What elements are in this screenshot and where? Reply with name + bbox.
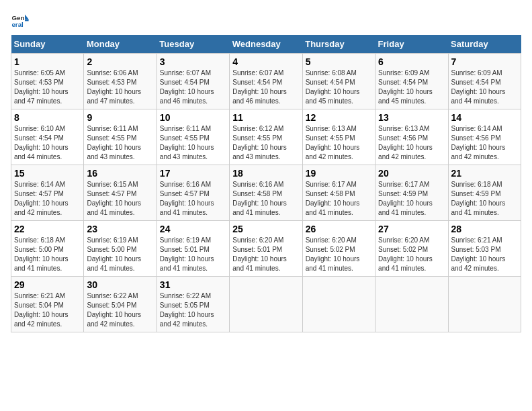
sunrise-label: Sunrise: 6:09 AM — [451, 69, 502, 77]
daylight-minutes: and 43 minutes. — [160, 153, 208, 161]
sunrise-label: Sunrise: 6:17 AM — [378, 181, 429, 188]
calendar-cell: 24 Sunrise: 6:19 AM Sunset: 5:01 PM Dayl… — [157, 221, 229, 277]
day-info: Sunrise: 6:17 AM Sunset: 4:59 PM Dayligh… — [378, 180, 445, 218]
day-number: 13 — [378, 112, 445, 123]
sunset-label: Sunset: 4:56 PM — [451, 134, 501, 142]
sunset-label: Sunset: 5:01 PM — [160, 246, 210, 253]
calendar-cell: 10 Sunrise: 6:11 AM Sunset: 4:55 PM Dayl… — [157, 109, 229, 165]
sunset-label: Sunset: 5:04 PM — [14, 302, 64, 309]
daylight-minutes: and 42 minutes. — [87, 320, 134, 328]
day-number: 23 — [87, 224, 153, 234]
daylight-minutes: and 44 minutes. — [451, 97, 499, 105]
daylight-label: Daylight: 10 hours — [378, 255, 433, 263]
calendar-cell: 28 Sunrise: 6:21 AM Sunset: 5:03 PM Dayl… — [448, 221, 521, 277]
logo: Gen eral — [11, 11, 32, 30]
calendar-cell: 25 Sunrise: 6:20 AM Sunset: 5:01 PM Dayl… — [230, 221, 302, 277]
day-number: 14 — [451, 112, 518, 123]
daylight-label: Daylight: 10 hours — [87, 255, 141, 263]
sunrise-label: Sunrise: 6:21 AM — [451, 236, 502, 244]
day-info: Sunrise: 6:22 AM Sunset: 5:04 PM Dayligh… — [87, 291, 153, 329]
day-number: 12 — [306, 112, 372, 123]
daylight-label: Daylight: 10 hours — [14, 144, 69, 151]
sunrise-label: Sunrise: 6:19 AM — [87, 236, 138, 244]
daylight-minutes: and 41 minutes. — [306, 209, 353, 216]
sunset-label: Sunset: 5:00 PM — [87, 246, 136, 253]
daylight-minutes: and 42 minutes. — [306, 153, 353, 161]
day-number: 28 — [451, 224, 518, 234]
sunrise-label: Sunrise: 6:22 AM — [160, 292, 211, 300]
day-info: Sunrise: 6:18 AM Sunset: 5:00 PM Dayligh… — [14, 236, 81, 273]
sunrise-label: Sunrise: 6:21 AM — [14, 292, 65, 300]
day-number: 10 — [160, 112, 226, 123]
sunrise-label: Sunrise: 6:18 AM — [14, 236, 65, 244]
day-number: 27 — [378, 224, 445, 234]
daylight-minutes: and 42 minutes. — [160, 320, 208, 328]
day-info: Sunrise: 6:08 AM Sunset: 4:54 PM Dayligh… — [306, 68, 372, 106]
daylight-label: Daylight: 10 hours — [160, 311, 214, 318]
day-number: 24 — [160, 224, 226, 234]
day-info: Sunrise: 6:05 AM Sunset: 4:53 PM Dayligh… — [14, 68, 81, 106]
day-info: Sunrise: 6:11 AM Sunset: 4:55 PM Dayligh… — [160, 124, 226, 162]
daylight-minutes: and 46 minutes. — [232, 97, 280, 105]
day-number: 15 — [14, 168, 81, 179]
day-info: Sunrise: 6:13 AM Sunset: 4:55 PM Dayligh… — [306, 124, 372, 162]
day-info: Sunrise: 6:18 AM Sunset: 4:59 PM Dayligh… — [451, 180, 518, 218]
sunset-label: Sunset: 4:57 PM — [87, 190, 136, 197]
day-info: Sunrise: 6:20 AM Sunset: 5:02 PM Dayligh… — [378, 236, 445, 273]
daylight-label: Daylight: 10 hours — [451, 199, 506, 207]
daylight-label: Daylight: 10 hours — [14, 199, 69, 207]
sunset-label: Sunset: 4:58 PM — [306, 190, 355, 197]
day-info: Sunrise: 6:09 AM Sunset: 4:54 PM Dayligh… — [378, 68, 445, 106]
calendar-cell — [230, 277, 302, 332]
sunset-label: Sunset: 4:54 PM — [232, 79, 282, 86]
daylight-minutes: and 41 minutes. — [378, 265, 426, 272]
daylight-minutes: and 42 minutes. — [14, 209, 62, 216]
day-info: Sunrise: 6:11 AM Sunset: 4:55 PM Dayligh… — [87, 124, 153, 162]
daylight-label: Daylight: 10 hours — [451, 144, 506, 151]
calendar-cell: 29 Sunrise: 6:21 AM Sunset: 5:04 PM Dayl… — [11, 277, 84, 332]
daylight-label: Daylight: 10 hours — [232, 255, 287, 263]
sunrise-label: Sunrise: 6:05 AM — [14, 69, 65, 77]
sunrise-label: Sunrise: 6:16 AM — [160, 181, 211, 188]
sunrise-label: Sunrise: 6:14 AM — [14, 181, 65, 188]
day-info: Sunrise: 6:22 AM Sunset: 5:05 PM Dayligh… — [160, 291, 226, 329]
daylight-label: Daylight: 10 hours — [306, 88, 360, 95]
sunset-label: Sunset: 4:55 PM — [87, 134, 136, 142]
day-number: 6 — [378, 56, 445, 67]
daylight-label: Daylight: 10 hours — [378, 199, 433, 207]
calendar-cell: 5 Sunrise: 6:08 AM Sunset: 4:54 PM Dayli… — [302, 54, 375, 109]
day-info: Sunrise: 6:17 AM Sunset: 4:58 PM Dayligh… — [306, 180, 372, 218]
day-number: 19 — [306, 168, 372, 179]
sunrise-label: Sunrise: 6:16 AM — [232, 181, 283, 188]
sunrise-label: Sunrise: 6:10 AM — [14, 125, 65, 132]
day-info: Sunrise: 6:14 AM Sunset: 4:56 PM Dayligh… — [451, 124, 518, 162]
daylight-label: Daylight: 10 hours — [451, 255, 506, 263]
calendar-cell: 20 Sunrise: 6:17 AM Sunset: 4:59 PM Dayl… — [375, 165, 448, 221]
sunset-label: Sunset: 4:54 PM — [378, 79, 428, 86]
daylight-minutes: and 41 minutes. — [160, 209, 208, 216]
logo-icon: Gen eral — [11, 11, 30, 30]
daylight-minutes: and 43 minutes. — [87, 153, 134, 161]
day-number: 30 — [87, 279, 153, 290]
calendar-cell — [448, 277, 521, 332]
sunrise-label: Sunrise: 6:11 AM — [160, 125, 211, 132]
day-number: 26 — [306, 224, 372, 234]
sunset-label: Sunset: 5:04 PM — [87, 302, 136, 309]
weekday-header-thursday: Thursday — [302, 35, 375, 54]
daylight-minutes: and 43 minutes. — [232, 153, 280, 161]
svg-rect-3 — [25, 19, 29, 21]
daylight-minutes: and 46 minutes. — [160, 97, 208, 105]
daylight-minutes: and 41 minutes. — [87, 209, 134, 216]
daylight-minutes: and 41 minutes. — [232, 265, 280, 272]
daylight-minutes: and 45 minutes. — [306, 97, 353, 105]
sunset-label: Sunset: 4:56 PM — [378, 134, 428, 142]
sunrise-label: Sunrise: 6:09 AM — [378, 69, 429, 77]
sunset-label: Sunset: 4:54 PM — [160, 79, 210, 86]
day-info: Sunrise: 6:16 AM Sunset: 4:58 PM Dayligh… — [232, 180, 299, 218]
svg-text:eral: eral — [11, 21, 24, 28]
daylight-minutes: and 42 minutes. — [378, 153, 426, 161]
calendar-cell: 1 Sunrise: 6:05 AM Sunset: 4:53 PM Dayli… — [11, 54, 84, 109]
calendar-cell: 2 Sunrise: 6:06 AM Sunset: 4:53 PM Dayli… — [84, 54, 157, 109]
sunset-label: Sunset: 4:59 PM — [451, 190, 501, 197]
calendar-cell: 3 Sunrise: 6:07 AM Sunset: 4:54 PM Dayli… — [157, 54, 229, 109]
